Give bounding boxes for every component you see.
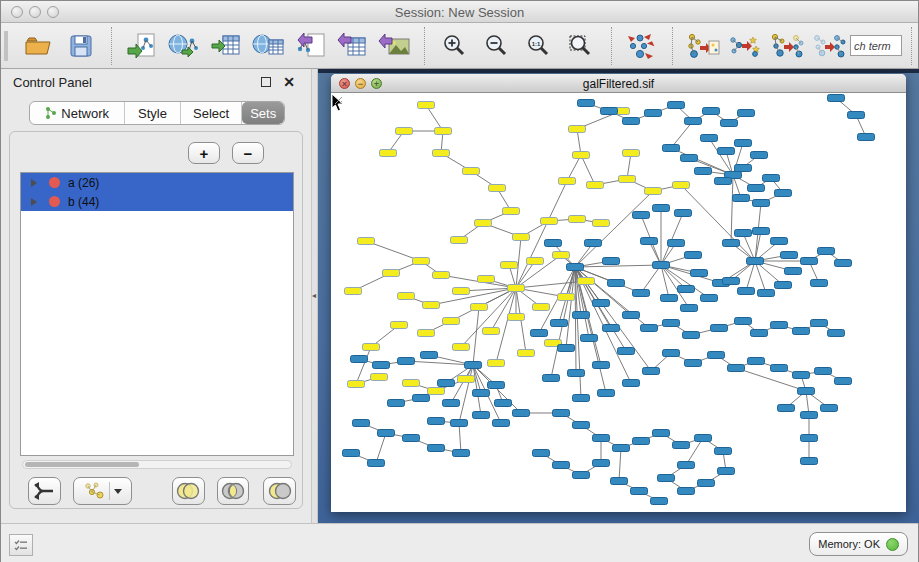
- network-node[interactable]: [748, 358, 765, 365]
- network-node[interactable]: [603, 258, 620, 265]
- network-node[interactable]: [668, 240, 685, 247]
- collapse-panel-icon[interactable]: ◂: [312, 291, 316, 300]
- network-node[interactable]: [623, 150, 640, 157]
- network-node[interactable]: [458, 376, 475, 383]
- import-network-file-button[interactable]: [121, 26, 163, 66]
- network-node[interactable]: [828, 330, 845, 337]
- network-node[interactable]: [747, 258, 764, 265]
- network-node[interactable]: [685, 118, 702, 125]
- network-node[interactable]: [593, 460, 610, 467]
- network-node[interactable]: [343, 450, 360, 457]
- panel-splitter[interactable]: ◂: [311, 69, 318, 523]
- network-node[interactable]: [835, 378, 852, 385]
- tab-select[interactable]: Select: [181, 102, 243, 124]
- list-item[interactable]: b (44): [21, 192, 293, 211]
- network-node[interactable]: [518, 350, 535, 357]
- network-node[interactable]: [378, 430, 395, 437]
- network-node[interactable]: [618, 348, 635, 355]
- network-node[interactable]: [675, 210, 692, 217]
- network-node[interactable]: [475, 220, 492, 227]
- network-node[interactable]: [821, 405, 838, 412]
- show-selection-button[interactable]: [766, 26, 808, 66]
- network-node[interactable]: [653, 205, 670, 212]
- add-set-button[interactable]: +: [188, 142, 220, 164]
- network-node[interactable]: [438, 380, 455, 387]
- network-node[interactable]: [653, 262, 670, 269]
- network-node[interactable]: [735, 165, 752, 172]
- network-node[interactable]: [623, 380, 640, 387]
- network-node[interactable]: [723, 278, 740, 285]
- network-node[interactable]: [785, 268, 802, 275]
- network-node[interactable]: [603, 325, 620, 332]
- network-node[interactable]: [801, 258, 818, 265]
- network-node[interactable]: [403, 380, 420, 387]
- first-neighbors-button[interactable]: [724, 26, 766, 66]
- network-node[interactable]: [543, 375, 560, 382]
- create-set-dropdown-button[interactable]: [73, 477, 132, 505]
- network-node[interactable]: [383, 270, 400, 277]
- network-node[interactable]: [388, 400, 405, 407]
- network-node[interactable]: [793, 328, 810, 335]
- export-image-button[interactable]: [373, 26, 415, 66]
- zoom-in-button[interactable]: [434, 26, 476, 66]
- network-node[interactable]: [651, 498, 668, 505]
- network-node[interactable]: [801, 412, 818, 419]
- network-node[interactable]: [613, 445, 630, 452]
- network-node[interactable]: [558, 345, 575, 352]
- network-node[interactable]: [478, 276, 495, 283]
- network-window[interactable]: × − + galFiltered.sif: [331, 74, 906, 512]
- remove-set-button[interactable]: −: [232, 142, 264, 164]
- network-node[interactable]: [573, 395, 590, 402]
- network-node[interactable]: [645, 110, 662, 117]
- network-node[interactable]: [503, 208, 520, 215]
- zoom-fit-button[interactable]: 1:1: [518, 26, 560, 66]
- network-node[interactable]: [413, 258, 430, 265]
- network-node[interactable]: [611, 478, 628, 485]
- network-node[interactable]: [643, 368, 660, 375]
- network-node[interactable]: [781, 252, 798, 259]
- network-node[interactable]: [573, 152, 590, 159]
- network-node[interactable]: [569, 126, 586, 133]
- network-node[interactable]: [738, 288, 755, 295]
- network-node[interactable]: [695, 168, 712, 175]
- network-node[interactable]: [413, 395, 430, 402]
- network-node[interactable]: [673, 442, 690, 449]
- network-node[interactable]: [751, 330, 768, 337]
- network-node[interactable]: [818, 248, 835, 255]
- network-node[interactable]: [673, 182, 690, 189]
- memory-status-button[interactable]: Memory: OK: [809, 532, 908, 556]
- network-node[interactable]: [708, 352, 725, 359]
- network-node[interactable]: [735, 230, 752, 237]
- network-node[interactable]: [373, 362, 390, 369]
- network-node[interactable]: [641, 238, 658, 245]
- network-node[interactable]: [573, 422, 590, 429]
- network-node[interactable]: [396, 128, 413, 135]
- network-node[interactable]: [798, 388, 815, 395]
- expander-triangle-icon[interactable]: [31, 179, 37, 187]
- network-node[interactable]: [721, 120, 738, 127]
- network-node[interactable]: [513, 234, 530, 241]
- network-node[interactable]: [681, 305, 698, 312]
- network-node[interactable]: [553, 462, 570, 469]
- network-node[interactable]: [661, 295, 678, 302]
- network-node[interactable]: [633, 290, 650, 297]
- save-session-button[interactable]: [60, 26, 102, 66]
- network-node[interactable]: [451, 237, 468, 244]
- intersect-sets-button[interactable]: [217, 477, 250, 505]
- close-panel-icon[interactable]: ✕: [283, 74, 295, 90]
- network-node[interactable]: [488, 382, 505, 389]
- network-node[interactable]: [473, 390, 490, 397]
- network-edge[interactable]: [376, 433, 386, 463]
- network-node[interactable]: [391, 322, 408, 329]
- network-node[interactable]: [753, 200, 770, 207]
- float-panel-icon[interactable]: [261, 77, 271, 87]
- network-node[interactable]: [567, 264, 584, 271]
- hide-selection-button[interactable]: [808, 26, 850, 66]
- network-node[interactable]: [685, 360, 702, 367]
- network-node[interactable]: [801, 435, 818, 442]
- network-node[interactable]: [553, 410, 570, 417]
- network-node[interactable]: [748, 185, 765, 192]
- network-node[interactable]: [778, 405, 795, 412]
- network-node[interactable]: [775, 282, 792, 289]
- network-node[interactable]: [421, 352, 438, 359]
